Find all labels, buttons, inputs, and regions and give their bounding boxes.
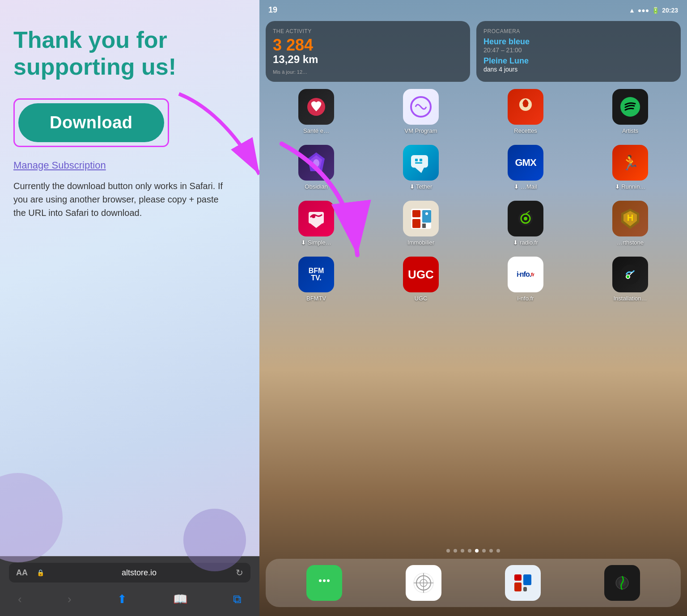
svg-rect-9	[411, 155, 428, 168]
app-item-ugc[interactable]: UGC UGC	[398, 257, 445, 302]
app-label-vm: VM Program	[405, 127, 437, 134]
back-button[interactable]: ‹	[13, 591, 26, 608]
app-label-recettes: Recettes	[514, 127, 537, 134]
page-dot-4	[468, 549, 471, 553]
app-icon-obsidian	[298, 145, 334, 181]
app-row-4: BFM TV. BFMTV UGC UGC i·nfo. fr i-nf	[264, 257, 683, 302]
activity-distance: 13,29 km	[273, 53, 463, 66]
download-button[interactable]: Download	[18, 103, 164, 142]
app-icon-radio	[508, 201, 543, 236]
dock-icon-messages	[306, 565, 342, 601]
dock-procamera[interactable]	[604, 565, 640, 601]
heure-bleue-label: Heure bleue	[483, 37, 674, 46]
svg-rect-43	[523, 574, 531, 585]
page-dots	[259, 544, 687, 559]
manage-subscription-link[interactable]: Manage Subscription	[13, 160, 106, 171]
app-item-immobilier[interactable]: Immobilier	[398, 201, 445, 246]
download-btn-wrapper: Download	[13, 98, 169, 147]
svg-rect-11	[415, 159, 418, 161]
procamera-widget[interactable]: ProCamera Heure bleue 20:47 – 21:00 Plei…	[476, 21, 681, 82]
svg-point-8	[313, 159, 319, 167]
app-label-running: ⬇ Runnin…	[615, 183, 646, 190]
app-label-immobilier: Immobilier	[407, 239, 434, 246]
svg-rect-19	[412, 219, 420, 228]
svg-text:H: H	[627, 213, 633, 223]
app-icon-bfm: BFM TV.	[298, 257, 334, 292]
status-bar: 19 ▲ ●●● 🔋 20:23	[259, 0, 687, 17]
app-label-simple: ⬇ Simple…	[301, 239, 331, 246]
forward-button[interactable]: ›	[63, 591, 76, 608]
svg-rect-18	[412, 210, 420, 217]
svg-rect-41	[514, 574, 522, 581]
app-icon-running: 🏃	[612, 145, 648, 181]
app-item-tether[interactable]: ⬇ Tether	[398, 145, 445, 190]
battery-icon: 🔋	[652, 7, 659, 14]
app-label-info: i-nfo.fr	[517, 295, 534, 302]
svg-marker-15	[310, 224, 322, 228]
page-dot-8	[496, 549, 500, 553]
svg-point-35	[327, 579, 330, 582]
right-panel: 19 ▲ ●●● 🔋 20:23 The Activity 3 284 13,2…	[259, 0, 687, 616]
app-label-installation: Installation…	[613, 295, 647, 302]
left-content: Thank you for supporting us! Download Ma…	[0, 0, 259, 556]
activity-steps: 3 284	[273, 37, 463, 53]
status-time: 19	[268, 5, 277, 15]
app-item-simple[interactable]: ⬇ Simple…	[293, 201, 340, 246]
app-icon-ugc: UGC	[403, 257, 439, 292]
app-item-sante[interactable]: Santé e…	[293, 89, 340, 134]
svg-rect-20	[422, 210, 431, 223]
safari-aa-button[interactable]: AA	[16, 568, 28, 578]
decor-circle-right	[183, 509, 246, 571]
app-icon-sante	[298, 89, 334, 125]
app-label-artists: Artists	[622, 127, 638, 134]
app-icon-immobilier	[403, 201, 439, 236]
clock: 20:23	[662, 7, 678, 14]
svg-marker-32	[318, 588, 322, 592]
dock-apps[interactable]	[505, 565, 541, 601]
svg-point-22	[425, 212, 428, 215]
bookmarks-button[interactable]: 📖	[169, 591, 192, 608]
app-item-radio[interactable]: ⬇ radio.fr	[502, 201, 549, 246]
app-item-running[interactable]: 🏃 ⬇ Runnin…	[607, 145, 654, 190]
svg-point-34	[323, 579, 326, 582]
widgets-row: The Activity 3 284 13,29 km Mis à jour: …	[259, 17, 687, 89]
app-item-vm[interactable]: VM Program	[398, 89, 445, 134]
time-range: 20:47 – 21:00	[483, 46, 674, 54]
app-item-hearthstone[interactable]: H …rthstone	[607, 201, 654, 246]
app-item-info[interactable]: i·nfo. fr i-nfo.fr	[502, 257, 549, 302]
app-icon-installation	[612, 257, 648, 292]
page-dot-5-active	[475, 549, 479, 553]
app-label-gmx: ⬇ …Mail	[514, 183, 537, 190]
tabs-button[interactable]: ⧉	[229, 591, 246, 608]
page-dot-6	[482, 549, 486, 553]
signal-icon: ●●●	[638, 7, 649, 14]
app-icon-info: i·nfo. fr	[508, 257, 543, 292]
svg-point-26	[524, 217, 527, 220]
share-button[interactable]: ⬆	[113, 591, 131, 608]
app-label-tether: ⬇ Tether	[410, 183, 433, 190]
page-dot-2	[454, 549, 457, 553]
app-row-3: ⬇ Simple… Immobilier ⬇ radio.fr H	[264, 201, 683, 246]
page-dot-7	[489, 549, 493, 553]
procamera-widget-title: ProCamera	[483, 28, 674, 34]
dock-messages[interactable]	[306, 565, 342, 601]
app-label-sante: Santé e…	[303, 127, 329, 134]
reload-button[interactable]: ↻	[236, 567, 243, 578]
app-item-obsidian[interactable]: Obsidian	[293, 145, 340, 190]
app-row-1: Santé e… VM Program Recettes	[264, 89, 683, 134]
dock-icon-apps	[505, 565, 541, 601]
app-icon-tether	[403, 145, 439, 181]
dock-home[interactable]	[406, 565, 441, 601]
app-item-installation[interactable]: Installation…	[607, 257, 654, 302]
page-dot-1	[446, 549, 450, 553]
svg-rect-42	[514, 582, 522, 591]
app-item-gmx[interactable]: GMX ⬇ …Mail	[502, 145, 549, 190]
app-item-recettes[interactable]: Recettes	[502, 89, 549, 134]
app-row-2: Obsidian ⬇ Tether GMX ⬇ …Mail 🏃	[264, 145, 683, 190]
app-item-artists[interactable]: Artists	[607, 89, 654, 134]
svg-rect-44	[523, 587, 527, 591]
dock-icon-procamera	[604, 565, 640, 601]
app-item-bfm[interactable]: BFM TV. BFMTV	[293, 257, 340, 302]
activity-widget[interactable]: The Activity 3 284 13,29 km Mis à jour: …	[266, 21, 470, 82]
wifi-icon: ▲	[629, 7, 635, 14]
